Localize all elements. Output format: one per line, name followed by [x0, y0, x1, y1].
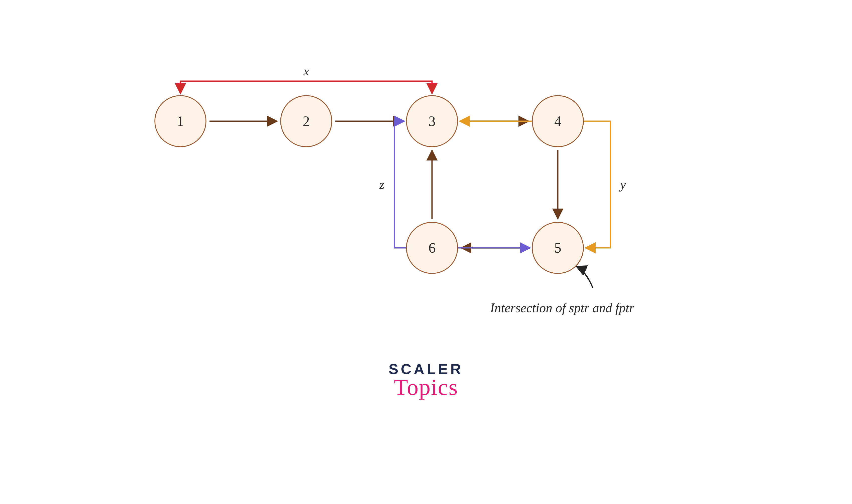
svg-text:5: 5: [554, 240, 561, 256]
svg-text:1: 1: [177, 113, 184, 129]
svg-text:3: 3: [429, 113, 436, 129]
span-label-z: z: [379, 178, 384, 192]
span-label-x: x: [303, 64, 309, 78]
node-4: 4: [532, 96, 584, 147]
logo-line-2: Topics: [389, 374, 463, 400]
brand-logo: SCALER Topics: [389, 361, 463, 400]
node-1: 1: [155, 96, 206, 147]
node-6: 6: [406, 222, 457, 273]
node-3: 3: [406, 96, 457, 147]
diagram-svg: xyzIntersection of sptr and fptr123456: [0, 0, 852, 504]
svg-text:6: 6: [429, 240, 436, 256]
intersection-pointer-arrow: [576, 266, 593, 288]
svg-text:2: 2: [303, 113, 310, 129]
intersection-label: Intersection of sptr and fptr: [490, 301, 634, 315]
span-label-y: y: [619, 178, 626, 192]
node-5: 5: [532, 222, 584, 273]
node-2: 2: [281, 96, 332, 147]
span-y: [459, 121, 610, 248]
svg-text:4: 4: [554, 113, 561, 129]
span-x: [180, 81, 432, 94]
diagram-stage: xyzIntersection of sptr and fptr123456 S…: [0, 0, 852, 504]
